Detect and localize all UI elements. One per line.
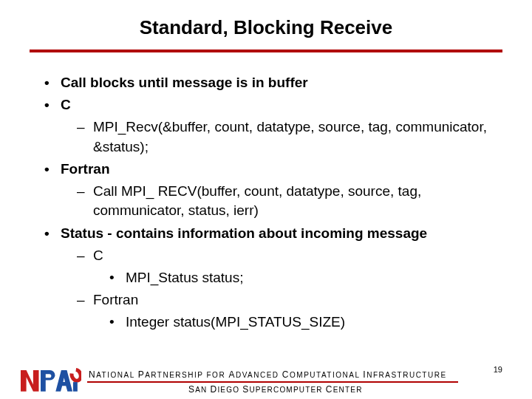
content-area: Call blocks until message is in buffer C… (0, 52, 532, 332)
slide-title: Standard, Blocking Receive (0, 0, 532, 39)
ft2-p2: D (211, 384, 218, 395)
bullet-4-1-text: C (93, 248, 103, 263)
bullet-2: C MPI_Recv(&buffer, count, datatype, sou… (44, 95, 497, 157)
bullet-4-2: Fortran Integer status(MPI_STATUS_SIZE) (77, 290, 497, 332)
sublist-4-2: Integer status(MPI_STATUS_SIZE) (109, 313, 497, 332)
bullet-4-1-1: MPI_Status status; (109, 268, 497, 287)
bullet-3-1: Call MPI_ RECV(buffer, count, datatype, … (77, 182, 497, 220)
footer-rule (87, 381, 458, 383)
bullet-4-2-text: Fortran (93, 292, 138, 307)
bullet-2-1: MPI_Recv(&buffer, count, datatype, sourc… (77, 117, 497, 156)
bullet-1: Call blocks until message is in buffer (44, 73, 497, 92)
footer-line-1: NATIONAL PARTNERSHIP FOR ADVANCED COMPUT… (89, 369, 447, 380)
bullet-3: Fortran Call MPI_ RECV(buffer, count, da… (44, 160, 497, 221)
slide: Standard, Blocking Receive Call blocks u… (0, 0, 532, 399)
footer-line-2: SAN DIEGO SUPERCOMPUTER CENTER (188, 384, 363, 395)
ft2-p6: C (326, 384, 333, 395)
ft1-p5: DVANCED (236, 371, 282, 379)
svg-rect-4 (73, 382, 78, 392)
bullet-4-2-1: Integer status(MPI_STATUS_SIZE) (109, 313, 497, 332)
ft1-p2: P (138, 369, 146, 380)
ft1-p7: OMPUTATIONAL (290, 371, 363, 379)
bullet-2-text: C (61, 97, 71, 112)
ft2-p5: UPERCOMPUTER (249, 386, 325, 394)
page-number: 19 (494, 365, 502, 374)
bullet-3-text: Fortran (61, 161, 110, 177)
ft1-p3: ARTNERSHIP FOR (145, 371, 228, 379)
bullet-4-1: C MPI_Status status; (77, 246, 497, 287)
ft2-p7: ENTER (333, 386, 363, 394)
sublist-4-1: MPI_Status status; (109, 268, 497, 287)
ft2-p0: S (188, 384, 195, 395)
svg-point-3 (70, 369, 81, 382)
ft1-p6: C (282, 369, 290, 380)
ft1-p1: ATIONAL (96, 371, 137, 379)
ft1-p0: N (89, 369, 96, 380)
bullet-list: Call blocks until message is in buffer C… (44, 73, 497, 332)
bullet-4-text: Status - contains information about inco… (61, 225, 427, 241)
sublist-3: Call MPI_ RECV(buffer, count, datatype, … (77, 182, 497, 220)
ft2-p1: AN (195, 386, 210, 394)
footer: NATIONAL PARTNERSHIP FOR ADVANCED COMPUT… (0, 359, 532, 399)
sublist-4: C MPI_Status status; Fortran Integer sta… (77, 246, 497, 332)
ft2-p4: S (242, 384, 249, 395)
ft2-p3: IEGO (217, 386, 242, 394)
svg-marker-0 (21, 370, 38, 392)
npaci-logo (16, 366, 81, 395)
sublist-2: MPI_Recv(&buffer, count, datatype, sourc… (77, 117, 497, 156)
ft1-p9: NFRASTRUCTURE (366, 371, 446, 379)
bullet-4: Status - contains information about inco… (44, 224, 497, 332)
ft1-p4: A (228, 369, 236, 380)
